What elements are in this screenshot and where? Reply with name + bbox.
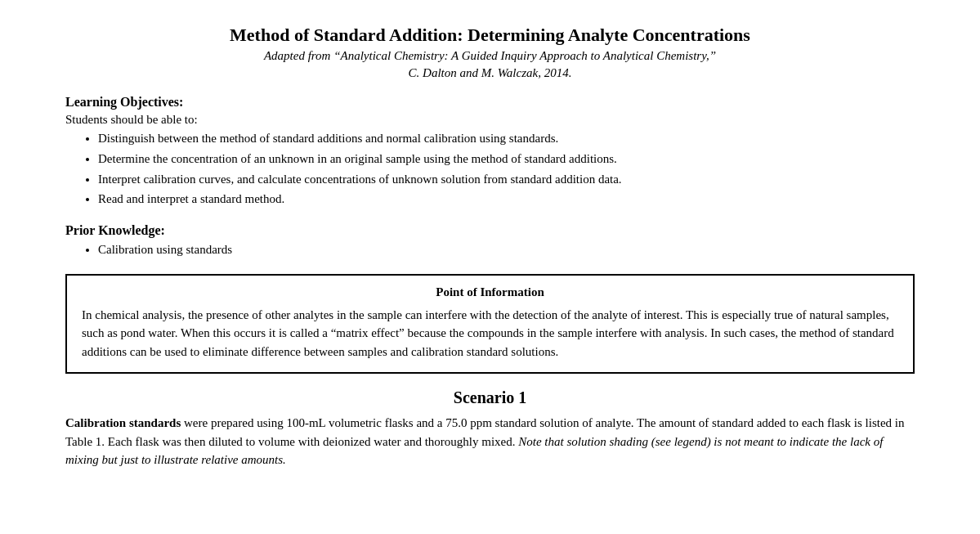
learning-objectives-heading: Learning Objectives: <box>65 95 915 110</box>
info-box-title: Point of Information <box>82 285 898 299</box>
learning-objectives-list: Distinguish between the method of standa… <box>65 130 915 209</box>
scenario-title: Scenario 1 <box>65 388 915 407</box>
prior-knowledge-heading: Prior Knowledge: <box>65 223 915 238</box>
list-item: Read and interpret a standard method. <box>98 191 915 209</box>
subtitle-line2: C. Dalton and M. Walczak, 2014. <box>65 66 915 80</box>
list-item: Interpret calibration curves, and calcul… <box>98 171 915 189</box>
list-item: Calibration using standards <box>98 241 915 259</box>
info-box: Point of Information In chemical analysi… <box>65 274 915 375</box>
scenario-bold: Calibration standards <box>65 416 181 429</box>
info-box-text: In chemical analysis, the presence of ot… <box>82 306 898 361</box>
subtitle-line1: Adapted from “Analytical Chemistry: A Gu… <box>65 49 915 63</box>
main-title: Method of Standard Addition: Determining… <box>65 25 915 46</box>
list-item: Determine the concentration of an unknow… <box>98 150 915 168</box>
prior-knowledge-list: Calibration using standards <box>65 241 915 259</box>
scenario-text: Calibration standards were prepared usin… <box>65 414 915 469</box>
list-item: Distinguish between the method of standa… <box>98 130 915 148</box>
learning-objectives-intro: Students should be able to: <box>65 113 915 127</box>
title-section: Method of Standard Addition: Determining… <box>65 25 915 80</box>
